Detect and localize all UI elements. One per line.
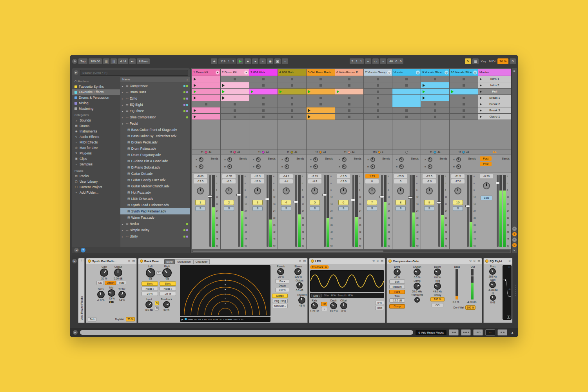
record-button[interactable]: ● [252,58,258,64]
device-scroll-left-button[interactable]: ▶ [72,259,77,263]
tree-preset-bass-guitar-sy-esizerizer-adv[interactable]: ▤Bass Guitar Sy...esizerizer.adv [120,133,190,139]
go-button[interactable]: GO [432,303,443,307]
clip-slot[interactable] [421,89,449,94]
send-b-knob[interactable] [256,164,261,169]
pan-knob[interactable] [426,187,433,194]
left-offset-value[interactable]: 24 % [142,292,158,296]
tree-device-echo[interactable]: ▸▭Echo [120,95,190,102]
distort-mode-button[interactable]: Distort [105,281,116,285]
offset-value[interactable]: 0 % [341,310,346,312]
clip-slot[interactable] [335,107,363,113]
send-b-knob[interactable] [399,164,404,169]
boom-knob[interactable] [434,269,441,276]
clip-slot[interactable] [221,101,249,107]
browser-collapse-button[interactable]: ▶ [74,70,78,75]
clip-slot[interactable] [249,82,278,88]
clip-slot[interactable] [221,89,249,94]
stereo-mode-button[interactable]: Stereo [272,294,288,298]
clip-slot[interactable] [364,76,392,82]
device-thumbnail-pedal[interactable] [461,329,471,336]
clip-slot[interactable] [307,101,335,107]
clip-slot[interactable] [249,89,278,94]
volume-value[interactable]: -13.5 [194,179,207,183]
track-activator-button[interactable]: 4 [281,200,291,205]
pan-knob[interactable] [225,187,232,194]
eq-band-selector[interactable]: 1 [507,316,510,319]
sidebar-item-user-library[interactable]: ▢User Library [72,179,120,184]
track-header[interactable]: 7 Vocals Group◎ [364,69,392,76]
tree-preset-warm-fuzz-adv[interactable]: ▤Warm Fuzz.adv [120,214,190,221]
quantize-menu[interactable]: 8 Bars [137,58,150,64]
track-header[interactable]: 6 Velo-Rezzo P [335,69,363,76]
clip-slot[interactable] [421,107,449,113]
volume-value[interactable]: -inf [279,179,293,183]
mid-knob[interactable] [108,289,115,297]
send-a-knob[interactable] [313,157,318,162]
drive-knob[interactable] [394,269,401,276]
nudge-down-button[interactable]: ||| [103,58,109,64]
tree-device-eq-three[interactable]: ▸▭EQ Three [120,108,190,114]
send-a-knob[interactable] [285,157,289,162]
follow-button[interactable]: ➔ [211,58,217,64]
soft-button[interactable]: Soft [389,279,405,284]
boom-value[interactable]: 0.0 % [434,276,441,279]
tree-device-compressor[interactable]: ▸▭Compressor [120,83,190,89]
reverb-position-menu[interactable]: Pre [275,279,289,283]
depth-value[interactable]: 13.7 % [330,310,338,312]
clip-slot[interactable] [364,107,392,113]
pan-knob[interactable] [283,187,290,194]
scene-slot-intro-1[interactable]: Intro 1 [478,76,511,82]
track-menu-icon[interactable]: ▾ [216,71,220,74]
send-a-knob[interactable] [399,157,404,162]
device-activator[interactable] [88,260,91,263]
clip-slot[interactable] [307,95,335,101]
fold-icon[interactable]: ▤ [303,260,306,263]
rate-value[interactable]: 1.70 Hz [310,310,319,312]
pingpong-mode-button[interactable]: Ping Pong [272,299,288,303]
gain-value[interactable]: 30 % [101,277,107,280]
mixer-toggle-s[interactable]: S [512,232,517,236]
shape-menu[interactable]: Sine [311,294,322,298]
clip-slot[interactable] [192,82,220,88]
clip-slot[interactable] [278,89,306,94]
clip-slot[interactable] [278,101,306,107]
post-button-b[interactable]: Post [480,162,492,166]
track-header[interactable]: 2 Drum Kit▾ [221,69,249,76]
metronome-toggle[interactable]: ●◦ [129,58,136,64]
clip-slot[interactable] [392,107,421,113]
tree-preset-bass-guitar-front-of-stage-adv[interactable]: ▤Bass Guitar Front of Stage.adv [120,127,190,133]
browser-back-icon[interactable]: ◀ [74,248,79,252]
send-b-knob[interactable] [370,164,375,169]
hard-button[interactable]: Hard [389,290,405,294]
left-sync-button[interactable]: Sync [142,281,158,286]
pan-knob[interactable] [397,187,404,194]
tree-preset-drum-purgatory-adv[interactable]: ▤Drum Purgatory.adv [120,152,190,158]
pan-knob[interactable] [454,187,461,194]
volume-fader[interactable] [295,175,297,247]
scene-slot-break-2[interactable]: Break 2 [478,101,511,107]
track-header[interactable]: 4 808 Sub [278,69,306,76]
device-track-panel[interactable]: ⋮⋮ Velo-Rezzo Plucks [78,258,85,323]
send-b-knob[interactable] [313,164,318,169]
rate-hz-button[interactable]: Hz [321,302,327,306]
map-icon[interactable]: ⊙ [377,260,379,263]
arrangement-position[interactable]: 119 . 1 . 3 [218,58,236,64]
volume-value[interactable]: -11.0 [251,179,264,183]
mid-value[interactable]: -75 % [108,297,115,300]
eq-freq-knob[interactable] [489,268,496,275]
output-knob[interactable] [114,269,122,277]
clip-slot[interactable] [278,107,306,113]
track-activator-button[interactable]: 6 [338,200,348,205]
clip-slot[interactable] [192,89,220,94]
echo-output-value[interactable]: 0.0 dB [296,289,303,292]
clip-slot[interactable] [221,114,249,120]
tempo-field[interactable]: 100.00 [89,58,102,64]
output-value[interactable]: 0.00 dB [114,277,122,280]
tree-device-utility[interactable]: ▸▭Utility [120,233,190,240]
send-a-knob[interactable] [370,157,375,162]
volume-fader[interactable] [352,175,354,247]
track-header[interactable]: 9 Vocals Slice◎ [421,69,449,76]
punch-in-icon[interactable]: ⌐ [365,58,371,64]
disclosure-arrow-icon[interactable]: ▸ [122,110,125,113]
volume-fader[interactable] [467,175,469,247]
